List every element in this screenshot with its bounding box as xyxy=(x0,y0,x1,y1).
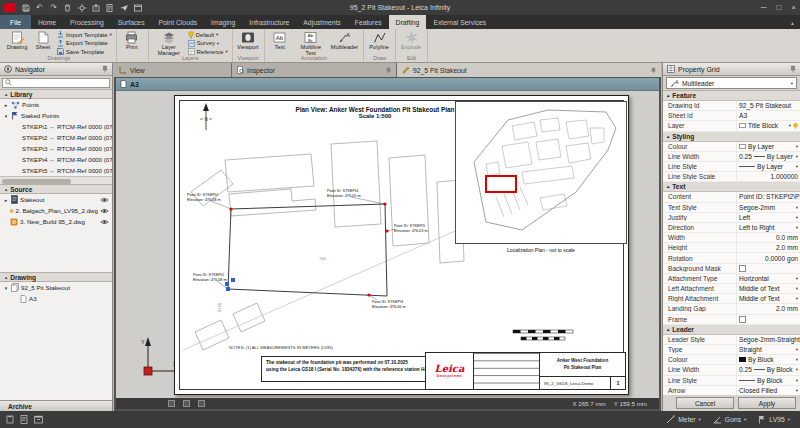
chevron-down-icon[interactable]: ▾ xyxy=(796,164,798,169)
text-button[interactable]: Ab Text xyxy=(268,30,292,52)
point-label-id[interactable]: Point ID: STKEPt1 xyxy=(187,193,218,197)
a3-sheet[interactable]: N Plan View: Anker West Foundation Pit S… xyxy=(174,95,629,395)
tree-item-stkept3[interactable]: STKEPt3 ← RTCM-Ref 0000 (07/10/ xyxy=(0,143,112,154)
prop-value[interactable]: Closed Filled▾ xyxy=(736,386,800,395)
tab-external-services[interactable]: External Services xyxy=(426,15,493,29)
prop-value[interactable]: 0.25By Layer▾ xyxy=(736,152,800,161)
tree-item-drawing[interactable]: ▾ 92_5 Pit Stakeout xyxy=(0,282,112,293)
point-label-elev[interactable]: Elevation: 476.03 m xyxy=(394,229,428,233)
section-drawing[interactable]: ▴Drawing xyxy=(0,272,112,282)
expander-icon[interactable]: ▸ xyxy=(3,102,9,108)
prop-value[interactable]: Left▾ xyxy=(736,213,800,222)
prop-value[interactable]: Middle of Text▾ xyxy=(736,284,800,293)
tab-drawing-view[interactable]: 92_5 Pit Stakeout xyxy=(397,63,661,77)
point-label-elev[interactable]: Elevation: 476.06 m xyxy=(372,305,406,309)
section-source[interactable]: ▴Source xyxy=(0,184,112,194)
prop-value[interactable]: By Block▾ xyxy=(736,355,800,364)
prop-value[interactable]: 1.000000 xyxy=(736,172,800,181)
chevron-down-icon[interactable]: ▾ xyxy=(796,276,798,281)
visibility-eye-icon[interactable] xyxy=(100,197,109,203)
view-tool-icon[interactable] xyxy=(168,400,175,407)
chevron-down-icon[interactable]: ▾ xyxy=(791,81,793,86)
chevron-down-icon[interactable]: ▾ xyxy=(796,378,798,383)
export-icon[interactable] xyxy=(91,3,100,12)
point-label-elev[interactable]: Elevation: 476.05 m xyxy=(327,194,361,198)
redo-icon[interactable]: ↷ xyxy=(49,3,58,12)
tab-drafting[interactable]: Drafting xyxy=(389,15,427,29)
prop-value[interactable]: 0.25By Block▾ xyxy=(736,365,800,374)
selection-grip[interactable] xyxy=(231,278,235,282)
chevron-down-icon[interactable]: ▾ xyxy=(796,388,798,393)
chevron-down-icon[interactable]: ▾ xyxy=(796,225,798,230)
chevron-down-icon[interactable]: ▾ xyxy=(796,154,798,159)
tree-item-stkept5[interactable]: STKEPt5 ← RTCM-Ref 0000 (07/10/ xyxy=(0,165,112,176)
point-label-id[interactable]: Point ID: STKEPt5 xyxy=(394,224,425,228)
navigator-search-input[interactable] xyxy=(2,78,110,88)
tree-item-stakeout[interactable]: ▸ Stakeout xyxy=(0,194,112,205)
point-label-id[interactable]: Point ID: STKEPt4 xyxy=(327,189,358,193)
horizontal-scrollbar[interactable] xyxy=(0,176,112,184)
chevron-down-icon[interactable]: ▾ xyxy=(796,215,798,220)
chevron-down-icon[interactable]: ▾ xyxy=(796,367,798,372)
prop-value[interactable]: 0.0000 gon xyxy=(736,253,800,262)
prop-value[interactable]: Horizontal▾ xyxy=(736,274,800,283)
tab-file[interactable]: File xyxy=(0,15,31,29)
cancel-button[interactable]: Cancel xyxy=(676,397,734,409)
report-icon[interactable] xyxy=(105,3,114,12)
tab-home[interactable]: Home xyxy=(31,15,63,29)
chevron-down-icon[interactable]: ▾ xyxy=(796,205,798,210)
ribbon-collapse-icon[interactable]: ▴ xyxy=(785,15,800,29)
background-mask-checkbox[interactable] xyxy=(739,265,746,272)
tab-infrastructure[interactable]: Infrastructure xyxy=(242,15,296,29)
view-tool-icon[interactable] xyxy=(198,400,205,407)
multileader-button[interactable]: A Multileader xyxy=(330,30,359,52)
chevron-down-icon[interactable]: ▾ xyxy=(788,417,790,422)
chevron-down-icon[interactable]: ▾ xyxy=(796,357,798,362)
view-tool-icon[interactable] xyxy=(183,400,190,407)
point-label-id[interactable]: Point ID: STKEPt3 xyxy=(372,300,403,304)
window-layout-icon[interactable] xyxy=(133,3,142,12)
tab-imaging[interactable]: Imaging xyxy=(204,15,242,29)
chevron-down-icon[interactable]: ▾ xyxy=(217,41,219,46)
import-template-button[interactable]: Import Template▾ xyxy=(57,31,112,39)
tree-item-stkept1[interactable]: STKEPt1 ← RTCM-Ref 0000 (07/10/ xyxy=(0,121,112,132)
viewport-button[interactable]: Viewport xyxy=(236,30,260,52)
pin-icon[interactable] xyxy=(102,65,108,73)
crs-selector[interactable]: LV95▾ xyxy=(754,415,794,424)
close-button[interactable]: × xyxy=(791,3,796,12)
tab-view[interactable]: View xyxy=(114,63,231,77)
stake-point[interactable] xyxy=(229,207,232,210)
sheet-tab-bar[interactable]: A3 xyxy=(116,78,659,91)
prop-value[interactable]: 2.0 mm xyxy=(736,304,800,313)
settings-gear-icon[interactable] xyxy=(77,3,86,12)
prop-value[interactable]: 0.0 mm xyxy=(736,233,800,242)
maximize-button[interactable]: □ xyxy=(776,3,781,12)
section-leader[interactable]: ▴Leader xyxy=(663,325,800,335)
point-label-elev[interactable]: Elevation: 476.08 m xyxy=(193,278,227,282)
delete-icon[interactable] xyxy=(63,3,72,12)
scrollbar-thumb[interactable] xyxy=(2,179,71,184)
prop-value[interactable]: By Block▾ xyxy=(736,376,800,385)
chevron-down-icon[interactable]: ▾ xyxy=(789,123,791,128)
frame-checkbox[interactable] xyxy=(739,316,746,323)
print-button[interactable]: Print xyxy=(120,30,144,52)
sheet-button[interactable]: Sheet xyxy=(31,30,55,52)
pin-icon[interactable] xyxy=(790,65,796,73)
tree-item-points[interactable]: ▸ Points xyxy=(0,99,112,110)
prop-value[interactable]: Segoe-2mm-Straight▾ xyxy=(736,335,800,344)
drawing-canvas[interactable]: Y X N Plan View: Anker West Foundation P… xyxy=(116,91,659,398)
expander-icon[interactable]: ▸ xyxy=(3,197,9,203)
prop-value[interactable]: Point ID: STKEPt2\PEleva xyxy=(736,192,800,201)
tab-features[interactable]: Features xyxy=(348,15,389,29)
prop-value[interactable]: Segoe-2mm▾ xyxy=(736,203,800,212)
pit-outline[interactable] xyxy=(228,204,387,296)
prop-value[interactable]: Title Block▾ xyxy=(736,121,800,130)
archive-bar[interactable]: Archive xyxy=(0,400,112,411)
visibility-eye-icon[interactable] xyxy=(100,219,109,225)
chevron-down-icon[interactable]: ▾ xyxy=(796,144,798,149)
pin-icon[interactable] xyxy=(651,67,656,74)
prop-value[interactable]: 2.0 mm xyxy=(736,243,800,252)
tab-inspector[interactable]: Inspector xyxy=(232,63,396,77)
section-library[interactable]: ▴Library xyxy=(0,89,112,99)
stake-point[interactable] xyxy=(385,229,388,232)
